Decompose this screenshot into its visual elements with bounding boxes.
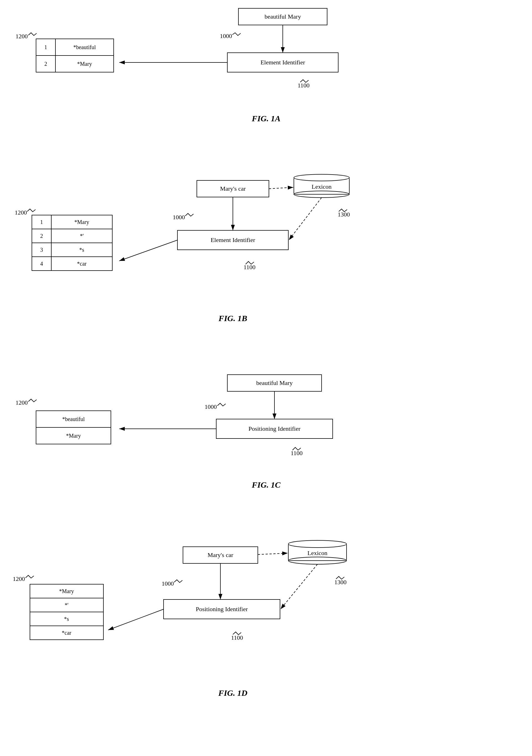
fig1b-row2-val: *' <box>80 233 84 239</box>
fig1b-row3-val: *s <box>79 247 84 253</box>
fig1b-lexicon-text: Lexicon <box>312 183 332 190</box>
fig1a-row1-val: *beautiful <box>73 44 96 50</box>
fig1d-label-1000: 1000 <box>162 580 174 587</box>
fig1d-label-1100: 1100 <box>231 634 243 641</box>
fig1b-identifier-text: Element Identifier <box>211 236 255 243</box>
fig1a-row2-val: *Mary <box>77 61 92 67</box>
fig1a-identifier-text: Element Identifier <box>261 59 305 66</box>
fig1c-row1-val: *beautiful <box>62 416 85 422</box>
fig1b-zigzag-1000 <box>185 213 193 216</box>
fig1b-row4-val: *car <box>77 260 87 267</box>
fig1d-identifier-text: Positioning Identifier <box>196 606 248 612</box>
fig1b-dashed-lexicon-identifier <box>289 198 321 240</box>
fig1c-diagram: beautiful Mary 1000 Positioning Identifi… <box>0 366 532 538</box>
fig1a-row2-num: 2 <box>44 61 47 67</box>
fig1c-zigzag-1200 <box>28 399 37 402</box>
fig1b-diagram: Mary's car Lexicon 1000 Element Identifi… <box>0 172 532 366</box>
fig1d-label-1200: 1200 <box>13 575 25 582</box>
fig1b-dashed-input-lexicon <box>269 187 293 189</box>
fig1c-caption: FIG. 1C <box>251 480 281 489</box>
fig1d-arrow-left <box>108 609 164 630</box>
fig1d-row4-val: *car <box>62 630 71 636</box>
fig1d-zigzag-1200 <box>26 575 34 578</box>
fig1b-label-1300: 1300 <box>338 211 350 218</box>
fig1d-dashed-lexicon-identifier <box>281 564 317 609</box>
fig1d-caption: FIG. 1D <box>218 688 247 697</box>
fig1a-zigzag-1000 <box>232 33 241 36</box>
fig1a-label-1200: 1200 <box>15 33 28 40</box>
fig1b-row3-num: 3 <box>40 247 43 253</box>
fig1d-row3-val: *s <box>64 616 69 622</box>
fig1d-lexicon-top <box>288 540 346 548</box>
fig1b-lexicon-top <box>294 174 349 181</box>
fig1a-diagram: beautiful Mary 1000 Element Identifier 1… <box>0 0 532 172</box>
fig1a-label-1100: 1100 <box>297 82 309 89</box>
fig1a-row1-num: 1 <box>44 44 47 50</box>
fig1d-zigzag-1000 <box>174 580 182 582</box>
fig1c-identifier-text: Positioning Identifier <box>248 425 300 432</box>
fig1b-zigzag-1200 <box>27 209 36 212</box>
fig1d-dashed-input-lexicon <box>258 553 288 554</box>
fig1b-label-1200: 1200 <box>15 209 27 216</box>
fig1c-label-1200: 1200 <box>15 399 28 406</box>
fig1b-label-1100: 1100 <box>243 264 255 271</box>
fig1a-input-text: beautiful Mary <box>265 13 301 20</box>
fig1c-input-text: beautiful Mary <box>256 379 292 386</box>
fig1a-zigzag-1200 <box>28 33 37 36</box>
fig1d-row2-val: *' <box>64 602 68 608</box>
fig1d-lexicon-text: Lexicon <box>307 550 327 556</box>
fig1c-label-1000: 1000 <box>205 403 217 410</box>
fig1d-diagram: Mary's car Lexicon 1000 Positioning Iden… <box>0 538 532 746</box>
fig1d-label-1300: 1300 <box>334 579 346 585</box>
fig1d-input-text: Mary's car <box>208 552 233 558</box>
fig1b-label-1000: 1000 <box>173 214 185 221</box>
fig1b-arrow-left <box>119 240 177 261</box>
fig1b-row4-num: 4 <box>40 260 43 267</box>
fig1b-row2-num: 2 <box>40 233 43 239</box>
fig1c-row2-val: *Mary <box>66 433 81 439</box>
fig1b-input-text: Mary's car <box>220 185 246 192</box>
fig1a-label-1000: 1000 <box>220 33 232 40</box>
fig1c-zigzag-1000 <box>217 403 226 406</box>
fig1a-caption: FIG. 1A <box>251 114 280 123</box>
fig1b-caption: FIG. 1B <box>218 313 247 323</box>
fig1b-row1-num: 1 <box>40 219 43 225</box>
fig1c-label-1100: 1100 <box>291 449 302 457</box>
fig1d-row1-val: *Mary <box>59 588 74 594</box>
fig1b-row1-val: *Mary <box>74 219 89 225</box>
